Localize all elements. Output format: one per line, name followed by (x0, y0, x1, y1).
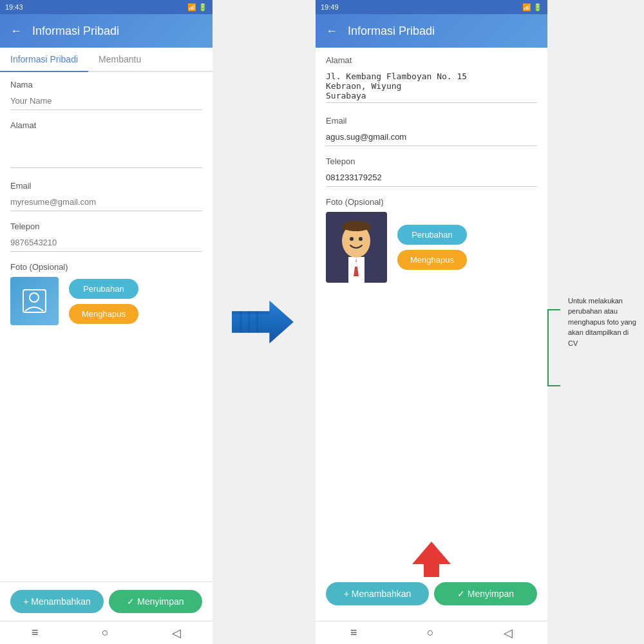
menambahkan-button-right[interactable]: + Menambahkan (326, 582, 429, 605)
alamat-field-left: Alamat (10, 120, 202, 171)
svg-rect-6 (256, 311, 258, 332)
svg-point-13 (350, 237, 354, 241)
telepon-field-right: Telepon (326, 156, 537, 187)
right-bottom-area: + Menambahkan ✓ Menyimpan (316, 534, 547, 621)
annotation-bracket (547, 309, 560, 386)
nama-label: Nama (10, 80, 202, 90)
menghapus-button-left[interactable]: Menghapus (69, 304, 138, 324)
email-label-left: Email (10, 181, 202, 191)
photo-buttons-left: Perubahan Menghapus (69, 279, 138, 324)
nama-input[interactable] (10, 92, 202, 110)
right-status-bar: 19:49 📶 🔋 (316, 0, 547, 14)
svg-point-1 (30, 293, 39, 302)
annotation-area: Untuk melakukan perubahan atau menghapus… (547, 0, 644, 644)
menghapus-button-right[interactable]: Menghapus (397, 250, 467, 270)
telepon-input-left[interactable] (10, 234, 202, 252)
left-back-button[interactable]: ← (10, 24, 22, 38)
right-bottom-buttons: + Menambahkan ✓ Menyimpan (326, 580, 537, 613)
arrow-section (213, 0, 316, 644)
foto-label-left: Foto (Opsional) (10, 262, 202, 272)
left-icons: 📶 🔋 (187, 3, 207, 12)
telepon-label-left: Telepon (10, 222, 202, 231)
svg-marker-3 (232, 311, 269, 314)
menambahkan-button-left[interactable]: + Menambahkan (10, 590, 104, 613)
photo-row-left: Perubahan Menghapus (10, 277, 202, 325)
email-input-right[interactable] (326, 128, 537, 146)
alamat-label-left: Alamat (10, 120, 202, 130)
svg-point-14 (359, 237, 363, 241)
right-back-button[interactable]: ← (326, 24, 337, 38)
email-input-left[interactable] (10, 193, 202, 211)
alamat-input-left[interactable] (10, 133, 202, 168)
left-nav-bar: ≡ ○ ◁ (0, 621, 213, 644)
right-form-content: Alamat Jl. Kembang Flamboyan No. 15 Kebr… (316, 48, 547, 534)
right-arrow-icon (232, 296, 296, 348)
menyimpan-button-left[interactable]: ✓ Menyimpan (109, 590, 202, 613)
left-bottom-buttons: + Menambahkan ✓ Menyimpan (0, 582, 213, 621)
nav-back-icon-right[interactable]: ◁ (504, 626, 513, 640)
nama-field: Nama (10, 80, 202, 110)
left-time: 19:43 (5, 3, 23, 11)
nav-back-icon-left[interactable]: ◁ (172, 626, 181, 640)
red-arrow-container (326, 542, 537, 577)
svg-marker-17 (412, 542, 451, 577)
left-phone: 19:43 📶 🔋 ← Informasi Pribadi Informasi … (0, 0, 213, 644)
email-label-right: Email (326, 116, 537, 126)
alamat-field-right: Alamat Jl. Kembang Flamboyan No. 15 Kebr… (326, 55, 537, 106)
telepon-label-right: Telepon (326, 156, 537, 166)
svg-rect-4 (240, 311, 242, 332)
foto-section-right: Foto (Opsional) (326, 197, 537, 283)
left-header-title: Informasi Pribadi (32, 24, 119, 38)
telepon-field-left: Telepon (10, 222, 202, 252)
red-arrow-icon (412, 542, 451, 577)
foto-label-right: Foto (Opsional) (326, 197, 537, 207)
photo-buttons-right: Perubahan Menghapus (397, 225, 467, 270)
menyimpan-button-right[interactable]: ✓ Menyimpan (434, 582, 537, 605)
photo-row-right: Perubahan Menghapus (326, 212, 537, 283)
perubahan-button-right[interactable]: Perubahan (397, 225, 467, 245)
left-form-content: Nama Alamat Email Telepon Foto (Opsional… (0, 72, 213, 582)
right-nav-bar: ≡ ○ ◁ (316, 621, 547, 644)
photo-actual-right (326, 212, 387, 283)
left-header: ← Informasi Pribadi (0, 14, 213, 48)
left-status-bar: 19:43 📶 🔋 (0, 0, 213, 14)
right-header: ← Informasi Pribadi (316, 14, 547, 48)
photo-placeholder-left (10, 277, 59, 325)
alamat-input-right[interactable]: Jl. Kembang Flamboyan No. 15 Kebraon, Wi… (326, 68, 537, 103)
nav-home-icon-right[interactable]: ○ (427, 626, 434, 639)
right-time: 19:49 (321, 3, 339, 11)
nav-menu-icon-right[interactable]: ≡ (350, 626, 357, 639)
email-field-right: Email (326, 116, 537, 146)
nav-home-icon-left[interactable]: ○ (102, 626, 109, 639)
nav-menu-icon-left[interactable]: ≡ (32, 626, 39, 639)
annotation-text: Untuk melakukan perubahan atau menghapus… (568, 296, 639, 349)
left-tabs-bar: Informasi Pribadi Membantu (0, 48, 213, 72)
right-header-title: Informasi Pribadi (348, 24, 435, 38)
email-field-left: Email (10, 181, 202, 211)
tab-membantu[interactable]: Membantu (88, 48, 151, 71)
right-icons: 📶 🔋 (522, 3, 542, 12)
svg-rect-5 (248, 311, 250, 332)
svg-rect-16 (342, 226, 370, 230)
telepon-input-right[interactable] (326, 169, 537, 187)
right-phone: 19:49 📶 🔋 ← Informasi Pribadi Alamat Jl.… (316, 0, 547, 644)
alamat-label-right: Alamat (326, 55, 537, 65)
foto-section-left: Foto (Opsional) Perubahan Menghapus (10, 262, 202, 325)
tab-informasi-pribadi[interactable]: Informasi Pribadi (0, 48, 88, 72)
perubahan-button-left[interactable]: Perubahan (69, 279, 138, 299)
